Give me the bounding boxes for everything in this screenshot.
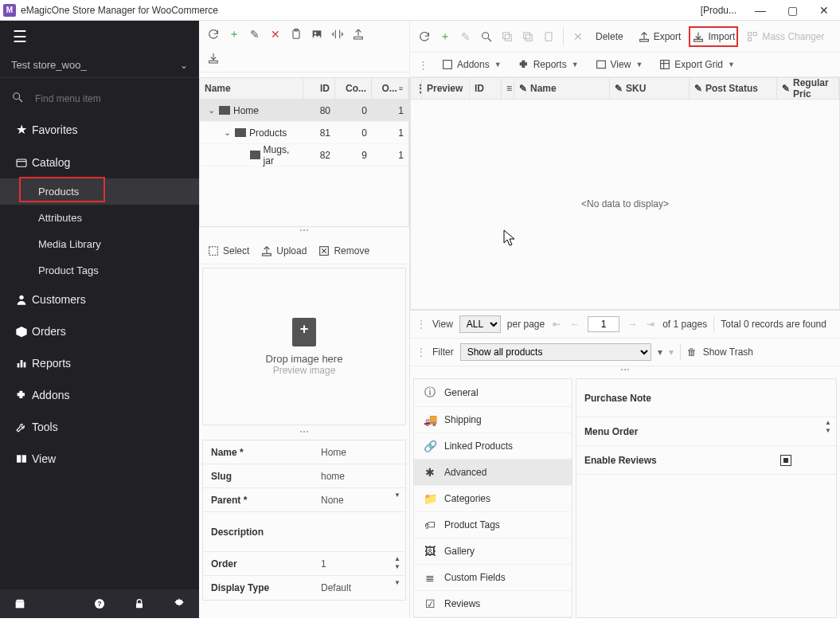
filter-select[interactable]: Show all products bbox=[460, 343, 651, 361]
pager-next-button[interactable]: → bbox=[626, 319, 639, 330]
delete-product-button[interactable]: Delete bbox=[589, 26, 630, 47]
store-dropdown-icon[interactable]: ⌄ bbox=[180, 60, 188, 71]
vtab-product-tags[interactable]: 🏷Product Tags bbox=[414, 512, 572, 538]
col-id[interactable]: ID bbox=[303, 78, 335, 99]
addons-dropdown[interactable]: Addons▼ bbox=[435, 56, 508, 73]
col-name[interactable]: Name bbox=[200, 78, 303, 99]
remove-image-button[interactable]: Remove bbox=[318, 245, 369, 257]
pager-first-button[interactable]: ⇤ bbox=[551, 319, 562, 330]
export-grid-dropdown[interactable]: Export Grid▼ bbox=[652, 56, 741, 73]
show-trash-button[interactable]: Show Trash bbox=[703, 346, 753, 358]
col-prod-name[interactable]: ✎Name bbox=[514, 78, 610, 99]
vtab-custom-fields[interactable]: ≣Custom Fields bbox=[414, 565, 572, 591]
vtab-reviews[interactable]: ☑Reviews bbox=[414, 591, 572, 617]
sidebar-settings-button[interactable] bbox=[159, 589, 199, 618]
form-value-name[interactable]: Home bbox=[315, 442, 405, 463]
panel-resize-dots[interactable]: ⋯ bbox=[410, 366, 840, 375]
form-value-slug[interactable]: home bbox=[315, 466, 405, 487]
category-row[interactable]: Mugs, jar8291 bbox=[200, 144, 408, 166]
sidebar-item-view[interactable]: View bbox=[0, 443, 199, 475]
add-product-button[interactable]: ＋ bbox=[436, 26, 455, 47]
export-cat-button[interactable] bbox=[349, 24, 368, 45]
form-value-order[interactable]: 1▲▼ bbox=[315, 554, 405, 574]
pager-last-button[interactable]: ⇥ bbox=[645, 319, 656, 330]
import-product-button[interactable]: Import bbox=[689, 26, 738, 47]
filter-icon[interactable]: ≡ bbox=[506, 83, 512, 94]
hamburger-menu-button[interactable]: ☰ bbox=[0, 21, 199, 53]
sidebar-search[interactable] bbox=[0, 84, 199, 112]
delete-button[interactable]: ✕ bbox=[266, 24, 285, 45]
select-image-button[interactable]: Select bbox=[207, 245, 249, 257]
window-maximize-button[interactable]: ▢ bbox=[776, 0, 808, 21]
vtab-shipping[interactable]: 🚚Shipping bbox=[414, 407, 572, 433]
sidebar-item-reports[interactable]: Reports bbox=[0, 347, 199, 379]
edit-button[interactable]: ✎ bbox=[245, 24, 264, 45]
sidebar-sub-product-tags[interactable]: Product Tags bbox=[0, 257, 199, 284]
filter-clear-icon[interactable]: ▾ bbox=[669, 346, 674, 358]
sidebar-item-catalog[interactable]: Catalog bbox=[0, 147, 199, 178]
pager-page-input[interactable] bbox=[588, 316, 619, 332]
category-tree[interactable]: ⌄Home8001⌄Products8101Mugs, jar8291 bbox=[199, 100, 409, 227]
col-prod-id[interactable]: ID bbox=[470, 78, 502, 99]
import-cat-button[interactable] bbox=[204, 48, 223, 69]
vtab-general[interactable]: ⓘGeneral bbox=[414, 379, 572, 407]
pager-perpage-select[interactable]: ALL bbox=[459, 315, 501, 333]
reports-dropdown[interactable]: Reports▼ bbox=[511, 56, 585, 73]
window-minimize-button[interactable]: — bbox=[744, 0, 776, 21]
window-close-button[interactable]: ✕ bbox=[808, 0, 840, 21]
image-dropzone[interactable]: Drop image here Preview image bbox=[202, 268, 406, 425]
view-dropdown[interactable]: View▼ bbox=[588, 56, 650, 73]
filter-funnel-icon[interactable]: ▾ bbox=[658, 346, 662, 358]
category-row[interactable]: ⌄Home8001 bbox=[200, 100, 408, 122]
sidebar-help-button[interactable]: ? bbox=[80, 589, 119, 618]
add-button[interactable]: ＋ bbox=[225, 24, 244, 45]
category-row[interactable]: ⌄Products8101 bbox=[200, 122, 408, 144]
svg-rect-21 bbox=[354, 37, 363, 39]
sidebar-store-button[interactable] bbox=[0, 589, 40, 618]
mass-changer-button[interactable]: Mass Changer bbox=[740, 26, 830, 47]
refresh-products-button[interactable] bbox=[415, 26, 434, 47]
copy-button[interactable] bbox=[498, 26, 517, 47]
col-preview[interactable]: Preview bbox=[422, 78, 470, 99]
edit-product-button[interactable]: ✎ bbox=[456, 26, 475, 47]
vtab-categories[interactable]: 📁Categories bbox=[414, 486, 572, 512]
sidebar-item-customers[interactable]: Customers bbox=[0, 284, 199, 315]
sidebar-item-tools[interactable]: Tools bbox=[0, 411, 199, 443]
drag-dots-icon[interactable]: ⋮ bbox=[415, 59, 432, 71]
form-value-display[interactable]: Default▼ bbox=[315, 577, 405, 598]
columns-button[interactable] bbox=[328, 24, 347, 45]
sidebar-sub-attributes[interactable]: Attributes bbox=[0, 205, 199, 231]
enable-reviews-checkbox[interactable] bbox=[780, 455, 791, 466]
panel-resize-dots[interactable]: ⋯ bbox=[199, 227, 409, 238]
form-label-parent: Parent * bbox=[203, 490, 315, 511]
panel-resize-dots[interactable]: ⋯ bbox=[199, 429, 409, 440]
form-value-description[interactable] bbox=[315, 527, 405, 537]
pager-prev-button[interactable]: ← bbox=[568, 319, 581, 330]
search-input[interactable] bbox=[35, 93, 188, 104]
image-button[interactable] bbox=[307, 24, 326, 45]
col-regular-price[interactable]: ✎Regular Pric bbox=[777, 78, 839, 99]
sidebar-sub-products[interactable]: Products bbox=[0, 178, 199, 205]
form-value-parent[interactable]: None▼ bbox=[315, 490, 405, 511]
search-product-button[interactable] bbox=[477, 26, 496, 47]
refresh-button[interactable] bbox=[204, 24, 223, 45]
vtab-linked-products[interactable]: 🔗Linked Products bbox=[414, 433, 572, 460]
sidebar-item-addons[interactable]: Addons bbox=[0, 379, 199, 411]
vtab-advanced[interactable]: ✱Advanced bbox=[414, 460, 572, 486]
sidebar-item-orders[interactable]: Orders bbox=[0, 315, 199, 347]
col-post-status[interactable]: ✎Post Status bbox=[690, 78, 777, 99]
drag-dots-icon[interactable]: ⋮ bbox=[416, 319, 426, 330]
sidebar-sub-media-library[interactable]: Media Library bbox=[0, 231, 199, 257]
col-sku[interactable]: ✎SKU bbox=[610, 78, 690, 99]
col-order[interactable]: O...≡ bbox=[372, 78, 408, 99]
export-product-button[interactable]: Export bbox=[631, 26, 688, 47]
sidebar-item-favorites[interactable]: ★ Favorites bbox=[0, 112, 199, 147]
clone-button[interactable] bbox=[518, 26, 537, 47]
upload-image-button[interactable]: Upload bbox=[260, 245, 307, 257]
col-count[interactable]: Co... bbox=[335, 78, 372, 99]
sidebar-lock-button[interactable] bbox=[119, 589, 159, 618]
vtab-gallery[interactable]: 🖼Gallery bbox=[414, 538, 572, 565]
drag-dots-icon[interactable]: ⋮ bbox=[416, 346, 426, 358]
paste-prod-button[interactable] bbox=[539, 26, 558, 47]
paste-button[interactable] bbox=[287, 24, 306, 45]
